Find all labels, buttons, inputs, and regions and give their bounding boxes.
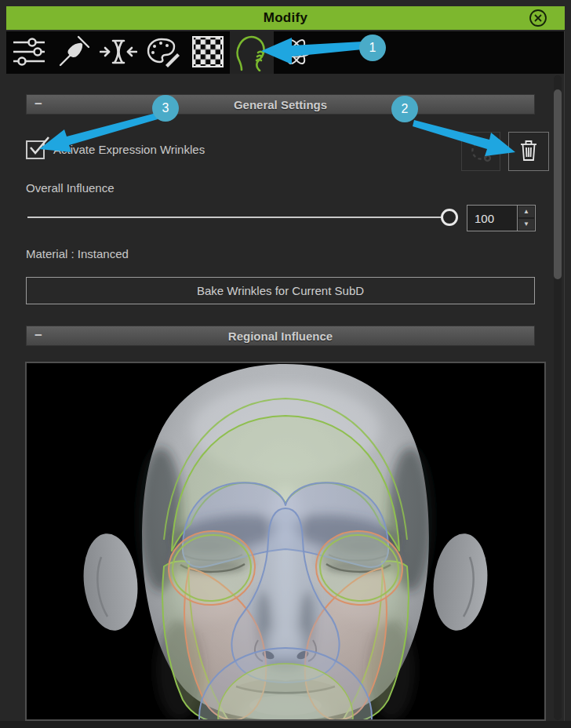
titlebar: Modify — [6, 6, 565, 30]
modify-panel: Modify — [0, 0, 571, 728]
influence-input[interactable] — [467, 206, 517, 231]
atom-icon — [278, 34, 315, 72]
material-status-label: Material : Instanced — [26, 247, 129, 260]
overall-influence-label: Overall Influence — [26, 181, 115, 195]
palette-icon — [145, 35, 181, 71]
activate-wrinkles-label: Activate Expression Wrinkles — [53, 143, 205, 156]
pin-icon — [56, 35, 91, 71]
toolbar — [6, 31, 565, 74]
collapse-general-button[interactable]: − — [35, 95, 42, 114]
circle-x-icon — [529, 18, 547, 30]
tab-palette[interactable] — [140, 31, 185, 74]
regional-influence-title: Regional Influence — [228, 329, 333, 343]
annotation-badge-1: 1 — [359, 35, 386, 61]
overall-influence-slider[interactable] — [27, 217, 442, 218]
panel-edge-divider — [564, 31, 565, 721]
chevron-down-icon: ▼ — [523, 221, 529, 228]
head-regions-image — [26, 362, 545, 720]
tab-checker[interactable] — [185, 31, 230, 74]
expression-wrinkles-icon — [234, 32, 270, 74]
general-settings-header[interactable]: − General Settings — [26, 94, 535, 115]
checkmark-icon — [27, 136, 51, 158]
reset-icon — [467, 137, 494, 166]
conform-icon — [100, 35, 137, 71]
spinner-down-button[interactable]: ▼ — [518, 219, 534, 230]
sliders-icon — [12, 36, 46, 70]
bake-wrinkles-button[interactable]: Bake Wrinkles for Current SubD — [26, 277, 535, 304]
tab-conform[interactable] — [96, 31, 140, 74]
annotation-badge-2: 2 — [391, 96, 418, 122]
activate-wrinkles-checkbox[interactable] — [26, 140, 45, 159]
general-settings-title: General Settings — [234, 98, 327, 111]
influence-numbox: ▲ ▼ — [467, 205, 536, 231]
collapse-regional-button[interactable]: − — [35, 326, 42, 345]
tab-expression-wrinkles[interactable] — [230, 31, 274, 74]
close-button[interactable] — [529, 9, 547, 27]
panel-bottom-edge — [0, 721, 571, 728]
spinner-up-button[interactable]: ▲ — [518, 206, 534, 217]
scrollbar-thumb[interactable] — [554, 89, 562, 279]
panel-title: Modify — [264, 10, 308, 26]
tab-sliders[interactable] — [6, 31, 51, 74]
annotation-badge-3: 3 — [152, 95, 179, 122]
checker-icon — [191, 35, 225, 71]
tab-physics[interactable] — [274, 31, 318, 74]
reset-wrinkles-button[interactable] — [461, 132, 500, 171]
influence-spinner: ▲ ▼ — [517, 206, 535, 231]
tab-pin[interactable] — [51, 31, 96, 74]
regional-influence-header[interactable]: − Regional Influence — [26, 326, 535, 346]
trash-icon — [517, 138, 540, 166]
chevron-up-icon: ▲ — [523, 209, 529, 215]
delete-wrinkles-button[interactable] — [508, 132, 549, 171]
slider-handle[interactable] — [441, 209, 458, 226]
regional-influence-preview — [26, 362, 545, 720]
